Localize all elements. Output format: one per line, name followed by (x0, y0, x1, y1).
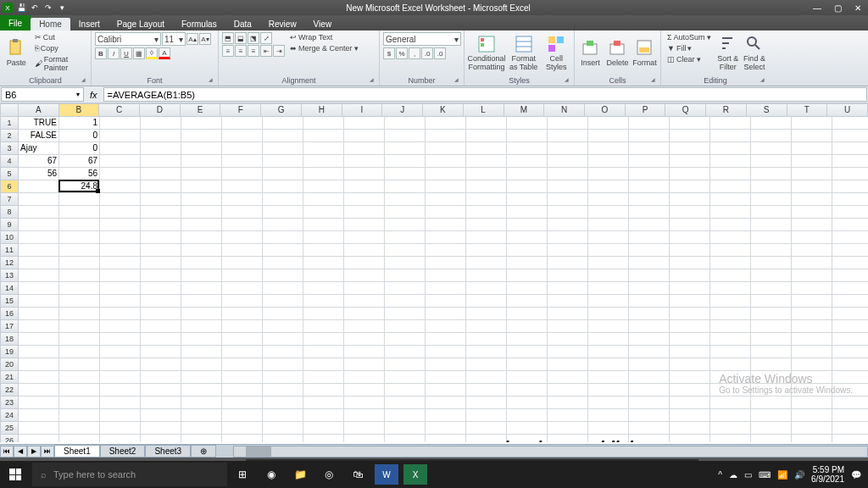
sheet-tab-3[interactable]: Sheet3 (145, 445, 191, 458)
cell-C19[interactable] (100, 346, 141, 358)
cell-E2[interactable] (181, 130, 222, 142)
cell-K9[interactable] (426, 219, 466, 231)
cell-U22[interactable] (832, 384, 868, 396)
cell-R12[interactable] (710, 257, 751, 269)
col-header-C[interactable]: C (99, 103, 140, 117)
cell-J3[interactable] (385, 142, 426, 155)
cell-L2[interactable] (466, 130, 507, 142)
cell-B26[interactable] (59, 435, 100, 442)
cell-B9[interactable] (59, 219, 100, 231)
cell-R18[interactable] (710, 333, 751, 346)
cell-Q22[interactable] (670, 384, 710, 396)
align-left-icon[interactable]: ≡ (222, 45, 234, 57)
font-color-button[interactable]: A (159, 47, 170, 59)
cell-R17[interactable] (710, 320, 751, 333)
cell-D25[interactable] (141, 422, 181, 435)
cell-K22[interactable] (426, 384, 466, 396)
cell-I18[interactable] (344, 333, 385, 346)
cell-I6[interactable] (344, 180, 385, 193)
cell-T26[interactable] (792, 435, 832, 442)
cell-M1[interactable] (507, 117, 548, 130)
cell-K17[interactable] (426, 320, 466, 333)
cell-N26[interactable] (548, 435, 588, 442)
cell-B1[interactable]: 1 (59, 117, 100, 130)
cell-H10[interactable] (303, 231, 344, 244)
cell-F26[interactable] (222, 435, 263, 442)
tab-nav-next[interactable]: ▶ (27, 446, 41, 458)
cell-M23[interactable] (507, 396, 548, 409)
cell-S7[interactable] (751, 193, 792, 206)
cell-F1[interactable] (222, 117, 263, 130)
cell-M19[interactable] (507, 346, 548, 358)
cell-C3[interactable] (100, 142, 141, 155)
cell-styles-button[interactable]: Cell Styles (542, 32, 570, 75)
close-button[interactable]: ✕ (848, 1, 868, 14)
cell-C23[interactable] (100, 396, 141, 409)
cell-H6[interactable] (303, 180, 344, 193)
cell-D3[interactable] (141, 142, 181, 155)
cell-C6[interactable] (100, 180, 141, 193)
cell-B17[interactable] (59, 320, 100, 333)
cell-R23[interactable] (710, 396, 751, 409)
cell-T21[interactable] (792, 371, 832, 384)
cell-C21[interactable] (100, 371, 141, 384)
cell-S14[interactable] (751, 282, 792, 295)
cell-B23[interactable] (59, 396, 100, 409)
cell-D24[interactable] (141, 409, 181, 422)
cell-K11[interactable] (426, 244, 466, 257)
cell-D23[interactable] (141, 396, 181, 409)
col-header-A[interactable]: A (19, 103, 59, 117)
cell-M22[interactable] (507, 384, 548, 396)
cell-S4[interactable] (751, 155, 792, 168)
cell-U9[interactable] (832, 219, 868, 231)
cell-N14[interactable] (548, 282, 588, 295)
qat-dropdown-icon[interactable]: ▾ (56, 2, 68, 14)
cell-E20[interactable] (181, 358, 222, 371)
cell-M12[interactable] (507, 257, 548, 269)
row-header-12[interactable]: 12 (0, 257, 19, 269)
cell-B2[interactable]: 0 (59, 130, 100, 142)
border-button[interactable]: ▦ (133, 47, 145, 59)
cell-J5[interactable] (385, 168, 426, 180)
cell-R24[interactable] (710, 409, 751, 422)
cell-E21[interactable] (181, 371, 222, 384)
format-painter-button[interactable]: 🖌Format Painter (32, 54, 87, 73)
col-header-P[interactable]: P (626, 103, 666, 117)
cell-H14[interactable] (303, 282, 344, 295)
cell-Q24[interactable] (670, 409, 710, 422)
cell-H5[interactable] (303, 168, 344, 180)
cell-E23[interactable] (181, 396, 222, 409)
cell-M8[interactable] (507, 206, 548, 219)
cell-O2[interactable] (588, 130, 629, 142)
cell-N5[interactable] (548, 168, 588, 180)
cell-A19[interactable] (19, 346, 59, 358)
cell-G8[interactable] (263, 206, 303, 219)
volume-icon[interactable]: 🔊 (794, 470, 804, 480)
fx-icon[interactable]: fx (90, 90, 97, 100)
cell-N25[interactable] (548, 422, 588, 435)
cell-O14[interactable] (588, 282, 629, 295)
cell-E13[interactable] (181, 269, 222, 282)
col-header-S[interactable]: S (747, 103, 787, 117)
cell-G17[interactable] (263, 320, 303, 333)
cell-N15[interactable] (548, 295, 588, 308)
cell-D15[interactable] (141, 295, 181, 308)
cell-L10[interactable] (466, 231, 507, 244)
col-header-Q[interactable]: Q (665, 103, 706, 117)
cell-C11[interactable] (100, 244, 141, 257)
cell-F4[interactable] (222, 155, 263, 168)
cell-K3[interactable] (426, 142, 466, 155)
cell-H9[interactable] (303, 219, 344, 231)
cell-Q15[interactable] (670, 295, 710, 308)
format-as-table-button[interactable]: Format as Table (508, 32, 539, 75)
cell-M6[interactable] (507, 180, 548, 193)
cell-L14[interactable] (466, 282, 507, 295)
cell-G14[interactable] (263, 282, 303, 295)
cell-U6[interactable] (832, 180, 868, 193)
align-middle-icon[interactable]: ⬓ (235, 32, 247, 44)
cell-R10[interactable] (710, 231, 751, 244)
cell-F8[interactable] (222, 206, 263, 219)
cell-Q4[interactable] (670, 155, 710, 168)
cell-D26[interactable] (141, 435, 181, 442)
row-header-7[interactable]: 7 (0, 193, 19, 206)
